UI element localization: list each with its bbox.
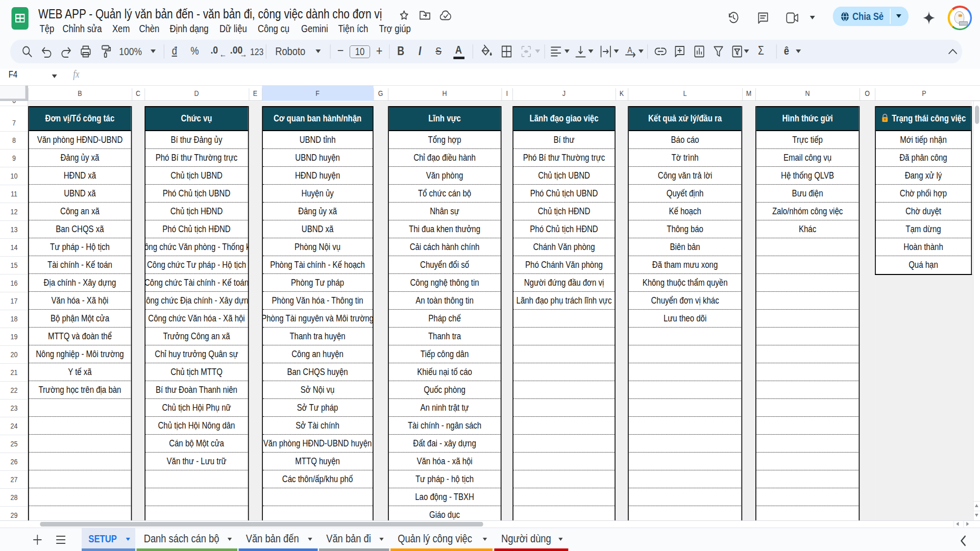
svg-text:A: A — [627, 45, 632, 55]
